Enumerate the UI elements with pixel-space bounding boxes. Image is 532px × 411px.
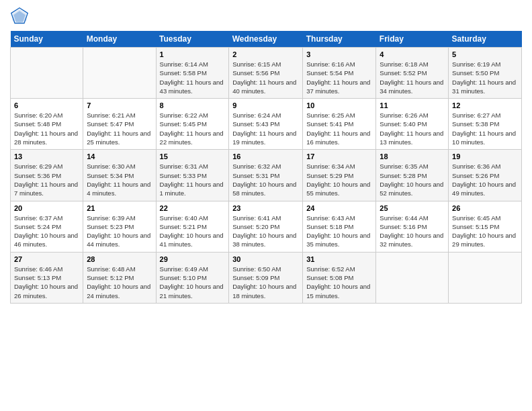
col-header-monday: Monday	[83, 31, 156, 48]
day-info: Sunrise: 6:39 AM Sunset: 5:23 PM Dayligh…	[87, 214, 152, 249]
day-info: Sunrise: 6:46 AM Sunset: 5:13 PM Dayligh…	[14, 265, 79, 300]
day-info: Sunrise: 6:50 AM Sunset: 5:09 PM Dayligh…	[232, 265, 299, 300]
day-info: Sunrise: 6:43 AM Sunset: 5:18 PM Dayligh…	[306, 214, 372, 249]
day-info: Sunrise: 6:31 AM Sunset: 5:33 PM Dayligh…	[160, 162, 226, 197]
day-cell: 2Sunrise: 6:15 AM Sunset: 5:56 PM Daylig…	[229, 48, 303, 99]
day-info: Sunrise: 6:25 AM Sunset: 5:41 PM Dayligh…	[306, 111, 372, 146]
day-info: Sunrise: 6:14 AM Sunset: 5:58 PM Dayligh…	[160, 60, 226, 95]
col-header-thursday: Thursday	[303, 31, 376, 48]
day-number: 15	[160, 152, 226, 161]
day-number: 26	[452, 204, 518, 212]
day-number: 29	[160, 255, 226, 263]
day-cell: 4Sunrise: 6:18 AM Sunset: 5:52 PM Daylig…	[376, 48, 449, 99]
day-number: 22	[160, 204, 226, 212]
logo-icon	[10, 7, 29, 26]
logo	[10, 7, 32, 26]
day-cell: 9Sunrise: 6:24 AM Sunset: 5:43 PM Daylig…	[229, 99, 303, 150]
day-cell: 27Sunrise: 6:46 AM Sunset: 5:13 PM Dayli…	[11, 252, 83, 303]
day-number: 19	[452, 152, 518, 161]
day-info: Sunrise: 6:19 AM Sunset: 5:50 PM Dayligh…	[452, 60, 518, 95]
day-cell: 16Sunrise: 6:32 AM Sunset: 5:31 PM Dayli…	[229, 150, 303, 201]
header-row: SundayMondayTuesdayWednesdayThursdayFrid…	[11, 31, 522, 48]
col-header-saturday: Saturday	[449, 31, 522, 48]
day-cell: 8Sunrise: 6:22 AM Sunset: 5:45 PM Daylig…	[156, 99, 229, 150]
day-number: 27	[14, 255, 79, 263]
day-cell: 1Sunrise: 6:14 AM Sunset: 5:58 PM Daylig…	[156, 48, 229, 99]
day-info: Sunrise: 6:35 AM Sunset: 5:28 PM Dayligh…	[380, 162, 445, 197]
week-row-4: 20Sunrise: 6:37 AM Sunset: 5:24 PM Dayli…	[11, 201, 522, 252]
week-row-5: 27Sunrise: 6:46 AM Sunset: 5:13 PM Dayli…	[11, 252, 522, 303]
week-row-1: 1Sunrise: 6:14 AM Sunset: 5:58 PM Daylig…	[11, 48, 522, 99]
day-info: Sunrise: 6:21 AM Sunset: 5:47 PM Dayligh…	[87, 111, 152, 146]
day-number: 11	[380, 101, 445, 109]
day-cell: 31Sunrise: 6:52 AM Sunset: 5:08 PM Dayli…	[303, 252, 376, 303]
day-cell: 3Sunrise: 6:16 AM Sunset: 5:54 PM Daylig…	[303, 48, 376, 99]
day-cell: 25Sunrise: 6:44 AM Sunset: 5:16 PM Dayli…	[376, 201, 449, 252]
col-header-wednesday: Wednesday	[229, 31, 303, 48]
day-info: Sunrise: 6:29 AM Sunset: 5:36 PM Dayligh…	[14, 162, 79, 197]
day-info: Sunrise: 6:48 AM Sunset: 5:12 PM Dayligh…	[87, 265, 152, 300]
day-cell: 21Sunrise: 6:39 AM Sunset: 5:23 PM Dayli…	[83, 201, 156, 252]
day-cell: 14Sunrise: 6:30 AM Sunset: 5:34 PM Dayli…	[83, 150, 156, 201]
day-info: Sunrise: 6:45 AM Sunset: 5:15 PM Dayligh…	[452, 214, 518, 249]
day-cell: 23Sunrise: 6:41 AM Sunset: 5:20 PM Dayli…	[229, 201, 303, 252]
day-cell: 6Sunrise: 6:20 AM Sunset: 5:48 PM Daylig…	[11, 99, 83, 150]
day-number: 10	[306, 101, 372, 109]
day-cell: 7Sunrise: 6:21 AM Sunset: 5:47 PM Daylig…	[83, 99, 156, 150]
calendar-table: SundayMondayTuesdayWednesdayThursdayFrid…	[10, 31, 522, 304]
day-number: 24	[306, 204, 372, 212]
day-cell: 26Sunrise: 6:45 AM Sunset: 5:15 PM Dayli…	[449, 201, 522, 252]
day-number: 7	[87, 101, 152, 109]
day-info: Sunrise: 6:32 AM Sunset: 5:31 PM Dayligh…	[232, 162, 299, 197]
day-number: 9	[232, 101, 299, 109]
day-info: Sunrise: 6:36 AM Sunset: 5:26 PM Dayligh…	[452, 162, 518, 197]
day-cell: 28Sunrise: 6:48 AM Sunset: 5:12 PM Dayli…	[83, 252, 156, 303]
day-number: 8	[160, 101, 226, 109]
day-info: Sunrise: 6:16 AM Sunset: 5:54 PM Dayligh…	[306, 60, 372, 95]
day-cell: 19Sunrise: 6:36 AM Sunset: 5:26 PM Dayli…	[449, 150, 522, 201]
day-info: Sunrise: 6:41 AM Sunset: 5:20 PM Dayligh…	[232, 214, 299, 249]
day-info: Sunrise: 6:18 AM Sunset: 5:52 PM Dayligh…	[380, 60, 445, 95]
day-info: Sunrise: 6:27 AM Sunset: 5:38 PM Dayligh…	[452, 111, 518, 146]
day-number: 17	[306, 152, 372, 161]
col-header-sunday: Sunday	[11, 31, 83, 48]
day-cell: 11Sunrise: 6:26 AM Sunset: 5:40 PM Dayli…	[376, 99, 449, 150]
day-cell	[449, 252, 522, 303]
page: SundayMondayTuesdayWednesdayThursdayFrid…	[0, 0, 532, 411]
day-cell: 22Sunrise: 6:40 AM Sunset: 5:21 PM Dayli…	[156, 201, 229, 252]
day-cell: 18Sunrise: 6:35 AM Sunset: 5:28 PM Dayli…	[376, 150, 449, 201]
week-row-3: 13Sunrise: 6:29 AM Sunset: 5:36 PM Dayli…	[11, 150, 522, 201]
day-info: Sunrise: 6:24 AM Sunset: 5:43 PM Dayligh…	[232, 111, 299, 146]
col-header-friday: Friday	[376, 31, 449, 48]
col-header-tuesday: Tuesday	[156, 31, 229, 48]
day-info: Sunrise: 6:52 AM Sunset: 5:08 PM Dayligh…	[306, 265, 372, 300]
day-cell	[83, 48, 156, 99]
day-number: 31	[306, 255, 372, 263]
day-number: 21	[87, 204, 152, 212]
day-cell: 13Sunrise: 6:29 AM Sunset: 5:36 PM Dayli…	[11, 150, 83, 201]
day-number: 18	[380, 152, 445, 161]
day-info: Sunrise: 6:22 AM Sunset: 5:45 PM Dayligh…	[160, 111, 226, 146]
day-info: Sunrise: 6:37 AM Sunset: 5:24 PM Dayligh…	[14, 214, 79, 249]
day-cell: 30Sunrise: 6:50 AM Sunset: 5:09 PM Dayli…	[229, 252, 303, 303]
day-cell: 20Sunrise: 6:37 AM Sunset: 5:24 PM Dayli…	[11, 201, 83, 252]
day-info: Sunrise: 6:20 AM Sunset: 5:48 PM Dayligh…	[14, 111, 79, 146]
week-row-2: 6Sunrise: 6:20 AM Sunset: 5:48 PM Daylig…	[11, 99, 522, 150]
day-number: 1	[160, 50, 226, 58]
day-info: Sunrise: 6:26 AM Sunset: 5:40 PM Dayligh…	[380, 111, 445, 146]
day-number: 6	[14, 101, 79, 109]
day-number: 23	[232, 204, 299, 212]
day-cell: 12Sunrise: 6:27 AM Sunset: 5:38 PM Dayli…	[449, 99, 522, 150]
day-cell: 17Sunrise: 6:34 AM Sunset: 5:29 PM Dayli…	[303, 150, 376, 201]
day-cell	[11, 48, 83, 99]
day-number: 13	[14, 152, 79, 161]
day-number: 4	[380, 50, 445, 58]
day-info: Sunrise: 6:34 AM Sunset: 5:29 PM Dayligh…	[306, 162, 372, 197]
day-number: 20	[14, 204, 79, 212]
day-info: Sunrise: 6:30 AM Sunset: 5:34 PM Dayligh…	[87, 162, 152, 197]
day-number: 12	[452, 101, 518, 109]
day-number: 14	[87, 152, 152, 161]
day-number: 16	[232, 152, 299, 161]
day-number: 25	[380, 204, 445, 212]
day-number: 3	[306, 50, 372, 58]
